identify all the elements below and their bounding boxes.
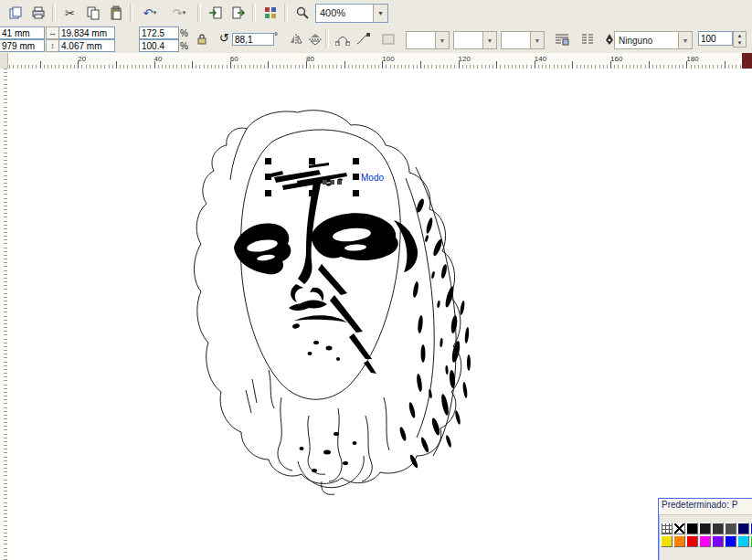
cut-button[interactable]: ✂ [58,2,81,24]
selection-handle-middle-right[interactable] [353,174,359,180]
palette-color-swatch[interactable] [737,535,749,547]
selection-handle-middle-left[interactable] [265,174,271,180]
object-height-field[interactable] [58,39,115,52]
toolbar-separator [130,4,133,22]
palette-color-swatch[interactable] [699,535,711,547]
curve-nodes-icon [335,33,350,46]
horizontal-ruler[interactable]: 020406080100120140160180 [0,53,752,69]
import-button[interactable] [204,2,227,24]
print-button[interactable] [26,2,49,24]
arrowhead-preview [407,32,435,48]
palette-title-bar[interactable]: Predeterminado: P [659,499,752,515]
text-flow-button[interactable] [577,29,598,49]
mirror-horizontal-button[interactable] [287,29,307,49]
ruler-number: 100 [382,55,394,63]
open-button[interactable] [4,2,26,24]
chevron-down-icon[interactable]: ▼ [373,5,387,22]
close-curve-button[interactable] [378,29,398,49]
spin-down-icon[interactable]: ▼ [734,39,746,47]
close-curve-icon [381,33,396,46]
paste-icon [109,5,123,20]
palette-color-swatch[interactable] [737,523,749,534]
zoom-tool-button[interactable] [291,2,313,24]
zoom-level-value[interactable]: 400% [316,7,373,18]
cursor-mode-hint: Modo [361,173,384,183]
scale-h-field[interactable] [139,26,179,39]
degree-label: ° [274,31,278,41]
curve-node-button[interactable] [333,29,353,49]
app-launcher-icon [263,5,278,20]
import-icon [208,5,223,20]
scissors-icon: ✂ [65,7,75,19]
toolbar-separator [284,4,288,22]
value-field[interactable] [698,31,733,46]
palette-color-swatch[interactable] [699,523,711,534]
copy-button[interactable] [81,2,104,24]
palette-color-swatch[interactable] [712,523,724,534]
ruler-number: 140 [535,55,546,63]
palette-row-2 [661,535,752,547]
palette-pattern-swatch[interactable] [661,523,673,534]
palette-color-swatch[interactable] [686,535,698,547]
property-bar: ↔ ↕ % % ↺ ° [0,26,752,54]
redo-button[interactable]: ↷ ▼ [165,2,195,24]
print-icon [31,5,46,20]
lock-ratio-button[interactable] [192,29,212,49]
palette-nofill-swatch[interactable] [673,523,685,534]
object-height-icon: ↕ [46,39,59,52]
export-icon [231,5,246,20]
ruler-origin-corner[interactable] [0,53,8,69]
palette-color-swatch[interactable] [725,523,736,534]
mirror-vertical-button[interactable] [305,29,325,49]
application-launcher-button[interactable] [259,2,281,24]
ruler-number: 180 [686,55,698,63]
outline-width-combo[interactable]: Ninguno ▼ [614,31,693,49]
chevron-down-icon[interactable]: ▼ [530,32,544,48]
toolbar-separator [197,4,201,22]
drawing-canvas[interactable]: Modo [7,69,752,560]
chevron-down-icon[interactable]: ▼ [435,32,449,48]
outline-width-value[interactable]: Ninguno [615,36,678,46]
selection-handle-bottom-right[interactable] [353,190,359,196]
arrowhead-preview [502,32,530,48]
magnifier-icon [295,5,310,20]
scale-v-field[interactable] [139,39,179,52]
selection-handle-bottom-center[interactable] [309,190,315,196]
paste-button[interactable] [104,2,127,24]
position-x-field[interactable] [0,26,45,39]
selection-handle-top-left[interactable] [265,158,271,164]
chevron-down-icon[interactable]: ▼ [151,10,158,16]
ruler-number: 80 [306,55,314,63]
outline-end-arrow-combo[interactable]: ▼ [501,31,545,49]
position-y-field[interactable] [0,39,45,52]
chevron-down-icon[interactable]: ▼ [180,10,187,16]
chevron-down-icon[interactable]: ▼ [678,32,692,48]
outline-start-arrow-combo[interactable]: ▼ [406,31,450,49]
selection-handle-bottom-left[interactable] [265,190,271,196]
padlock-icon [196,33,207,46]
palette-color-swatch[interactable] [686,523,698,534]
zoom-level-combo[interactable]: 400% ▼ [315,4,388,23]
palette-body [659,515,752,550]
color-palette-panel: Predeterminado: P [658,498,752,560]
object-width-field[interactable] [58,26,115,39]
value-spinner: ▲ ▼ [698,31,747,48]
palette-color-swatch[interactable] [725,535,736,547]
wrap-text-button[interactable] [552,29,572,49]
rotation-angle-field[interactable] [232,33,274,46]
palette-color-swatch[interactable] [712,535,724,547]
wrap-text-icon [555,33,569,46]
palette-color-swatch[interactable] [661,535,673,547]
ruler-number: 60 [230,55,238,63]
palette-color-swatch[interactable] [673,535,685,547]
selection-handle-top-center[interactable] [309,158,315,164]
chevron-down-icon[interactable]: ▼ [482,32,496,48]
outline-style-combo[interactable]: ▼ [453,31,497,49]
spin-up-icon[interactable]: ▲ [734,32,746,39]
export-button[interactable] [227,2,249,24]
selection-handle-top-right[interactable] [353,158,359,164]
open-icon [8,5,23,20]
ruler-number: 160 [610,55,622,63]
convert-curve-button[interactable] [353,29,373,49]
undo-button[interactable]: ↶ ▼ [136,2,165,24]
